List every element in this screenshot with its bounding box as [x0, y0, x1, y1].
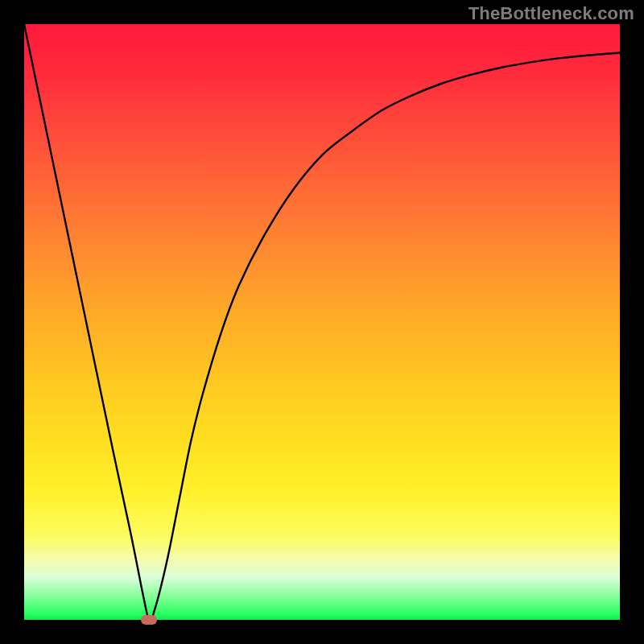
- curve-svg: [24, 24, 620, 620]
- optimal-point-marker: [141, 615, 157, 625]
- bottleneck-curve: [24, 24, 620, 621]
- watermark-text: TheBottleneck.com: [469, 3, 634, 24]
- plot-area: [24, 24, 620, 620]
- chart-frame: TheBottleneck.com: [0, 0, 644, 644]
